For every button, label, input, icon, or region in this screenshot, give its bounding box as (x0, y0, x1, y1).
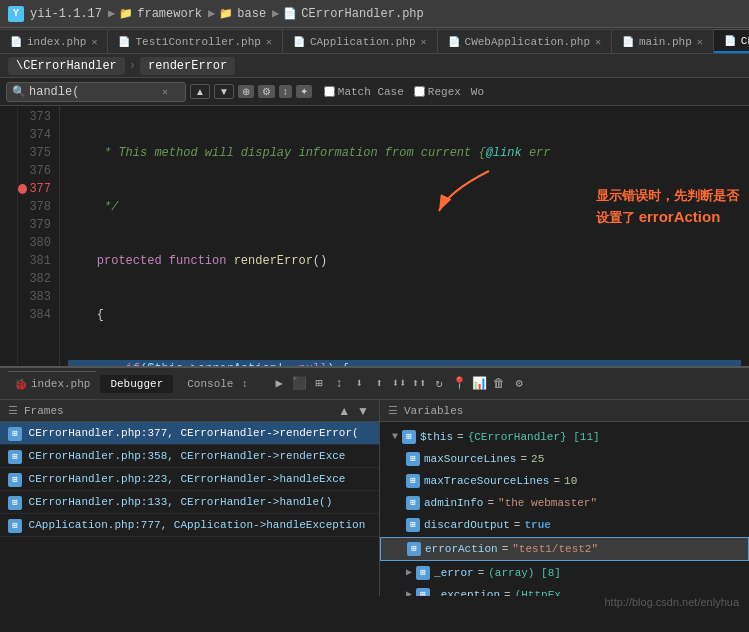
search-highlight-button[interactable]: ✦ (296, 85, 312, 98)
frames-down-button[interactable]: ▼ (355, 404, 371, 418)
var-item-maxtracesourcelines: ⊞ maxTraceSourceLines = 10 (380, 470, 749, 492)
code-line-377: if($this->errorAction!==null) { (68, 360, 741, 366)
search-expand-button[interactable]: ⊕ (238, 85, 254, 98)
app-icon: Y (8, 6, 24, 22)
variables-list: ▼ ⊞ $this = {CErrorHandler} [11] ⊞ maxSo… (380, 422, 749, 596)
var-item-erroraction: ⊞ errorAction = "test1/test2" (380, 537, 749, 561)
search-input[interactable] (29, 85, 159, 99)
evaluate-button[interactable]: 📍 (450, 375, 468, 393)
tab-close-cwebapplication[interactable]: ✕ (595, 36, 601, 48)
breadcrumb-class[interactable]: \CErrorHandler (8, 57, 125, 75)
tab-close-test1[interactable]: ✕ (266, 36, 272, 48)
frame-item-2[interactable]: ⊞ CErrorHandler.php:223, CErrorHandler->… (0, 468, 379, 491)
frame-item-1[interactable]: ⊞ CErrorHandler.php:358, CErrorHandler->… (0, 445, 379, 468)
frames-panel: ☰ Frames ▲ ▼ ⊞ CErrorHandler.php:377, CE… (0, 400, 380, 596)
step-into-my-button[interactable]: ⬇⬇ (390, 375, 408, 393)
tab-bar: 📄 index.php ✕ 📄 Test1Controller.php ✕ 📄 … (0, 28, 749, 54)
step-out-button[interactable]: ⬆ (370, 375, 388, 393)
run-to-cursor-button[interactable]: ↻ (430, 375, 448, 393)
variables-header: ☰ Variables (380, 400, 749, 422)
var-item-error: ▶ ⊞ _error = (array) [8] (380, 562, 749, 584)
debugger-tab[interactable]: Debugger (100, 375, 173, 393)
step-over-button[interactable]: ↕ (330, 375, 348, 393)
step-out-my-button[interactable]: ⬆⬆ (410, 375, 428, 393)
settings-button[interactable]: ⚙ (510, 375, 528, 393)
line-numbers: 373 374 375 376 377 378 379 380 381 382 … (18, 106, 60, 366)
frames-up-button[interactable]: ▲ (336, 404, 352, 418)
var-item-maxsourcelines: ⊞ maxSourceLines = 25 (380, 448, 749, 470)
run-button[interactable]: ▶ (270, 375, 288, 393)
tab-index-php[interactable]: 📄 index.php ✕ (0, 29, 108, 53)
frames-header: ☰ Frames ▲ ▼ (0, 400, 379, 422)
breadcrumb-file: ▶ 📄 CErrorHandler.php (272, 6, 424, 21)
breadcrumb-bar: \CErrorHandler › renderError (0, 54, 749, 78)
bottom-panel: 🐞 index.php Debugger Console ↕ ▶ ⬛ ⊞ ↕ ⬇… (0, 366, 749, 596)
var-item-exception: ▶ ⊞ _exception = (HttpEx... (380, 584, 749, 596)
breadcrumb-framework: ▶ 📁 framework (108, 6, 202, 21)
frames-nav: ▲ ▼ (336, 404, 371, 418)
frame-item-0[interactable]: ⊞ CErrorHandler.php:377, CErrorHandler->… (0, 422, 379, 445)
breadcrumb-file-label: CErrorHandler.php (301, 7, 423, 21)
code-line-375: protected function renderError() (68, 252, 741, 270)
tab-test1controller[interactable]: 📄 Test1Controller.php ✕ (108, 29, 282, 53)
editor-area: 373 374 375 376 377 378 379 380 381 382 … (0, 106, 749, 366)
stop-button[interactable]: ⬛ (290, 375, 308, 393)
frame-item-4[interactable]: ⊞ CApplication.php:777, CApplication->ha… (0, 514, 379, 537)
regex-option[interactable]: Regex (414, 86, 461, 98)
regex-checkbox[interactable] (414, 86, 425, 97)
frames-title: Frames (24, 405, 64, 417)
app-name-label: yii-1.1.17 (30, 7, 102, 21)
words-option[interactable]: Wo (471, 86, 484, 98)
reset-button[interactable]: 🗑 (490, 375, 508, 393)
var-expand-this[interactable]: ▼ (392, 428, 398, 446)
breadcrumb-base: ▶ 📁 base (208, 6, 266, 21)
search-wrap-button[interactable]: ↕ (279, 85, 292, 98)
toolbar-icons: ▶ ⬛ ⊞ ↕ ⬇ ⬆ ⬇⬇ ⬆⬆ ↻ 📍 📊 🗑 ⚙ (270, 375, 528, 393)
search-prev-button[interactable]: ▲ (190, 84, 210, 99)
search-icon: 🔍 (12, 85, 26, 98)
watch-button[interactable]: 📊 (470, 375, 488, 393)
tab-capplication[interactable]: 📄 CApplication.php ✕ (283, 29, 438, 53)
breadcrumb-folder-framework: framework (137, 7, 202, 21)
frames-button[interactable]: ⊞ (310, 375, 328, 393)
var-item-this: ▼ ⊞ $this = {CErrorHandler} [11] (380, 426, 749, 448)
tab-mainphp[interactable]: 📄 main.php ✕ (612, 29, 714, 53)
debug-file-tab[interactable]: 🐞 index.php (8, 371, 96, 397)
variables-title: Variables (404, 405, 463, 417)
code-line-373: * This method will display information f… (68, 144, 741, 162)
watermark: http://blog.csdn.net/enlyhua (604, 596, 739, 608)
tab-cerrorhandler[interactable]: 📄 CErrorHandler.php ✕ (714, 29, 749, 53)
tab-close-main[interactable]: ✕ (697, 36, 703, 48)
search-clear-icon[interactable]: ✕ (162, 86, 168, 98)
app-name: yii-1.1.17 (30, 7, 102, 21)
debug-file-icon: 🐞 (14, 378, 28, 391)
breadcrumb-folder-base: base (237, 7, 266, 21)
search-input-wrap: 🔍 ✕ (6, 82, 186, 102)
code-content: * This method will display information f… (60, 106, 749, 366)
var-item-discardoutput: ⊞ discardOutput = true (380, 514, 749, 536)
match-case-checkbox[interactable] (324, 86, 335, 97)
code-line-374: */ (68, 198, 741, 216)
var-item-admininfo: ⊞ adminInfo = "the webmaster" (380, 492, 749, 514)
panel-toolbar: 🐞 index.php Debugger Console ↕ ▶ ⬛ ⊞ ↕ ⬇… (0, 368, 749, 400)
variables-panel: ☰ Variables ▼ ⊞ $this = {CErrorHandler} … (380, 400, 749, 596)
breadcrumb-method[interactable]: renderError (140, 57, 235, 75)
title-bar: Y yii-1.1.17 ▶ 📁 framework ▶ 📁 base ▶ 📄 … (0, 0, 749, 28)
search-options: Match Case Regex Wo (324, 86, 484, 98)
console-tab[interactable]: Console ↕ (177, 375, 258, 393)
frame-item-3[interactable]: ⊞ CErrorHandler.php:133, CErrorHandler->… (0, 491, 379, 514)
panel-body: ☰ Frames ▲ ▼ ⊞ CErrorHandler.php:377, CE… (0, 400, 749, 596)
tab-cwebapplication[interactable]: 📄 CWebApplication.php ✕ (438, 29, 612, 53)
search-filter-button[interactable]: ⚙ (258, 85, 275, 98)
tab-close-index[interactable]: ✕ (91, 36, 97, 48)
code-line-376: { (68, 306, 741, 324)
var-expand-exception[interactable]: ▶ (406, 586, 412, 596)
step-into-button[interactable]: ⬇ (350, 375, 368, 393)
search-next-button[interactable]: ▼ (214, 84, 234, 99)
match-case-option[interactable]: Match Case (324, 86, 404, 98)
frames-list: ⊞ CErrorHandler.php:377, CErrorHandler->… (0, 422, 379, 596)
tab-close-capplication[interactable]: ✕ (421, 36, 427, 48)
editor-gutter-strip (0, 106, 18, 366)
search-bar: 🔍 ✕ ▲ ▼ ⊕ ⚙ ↕ ✦ Match Case Regex Wo (0, 78, 749, 106)
var-expand-error[interactable]: ▶ (406, 564, 412, 582)
